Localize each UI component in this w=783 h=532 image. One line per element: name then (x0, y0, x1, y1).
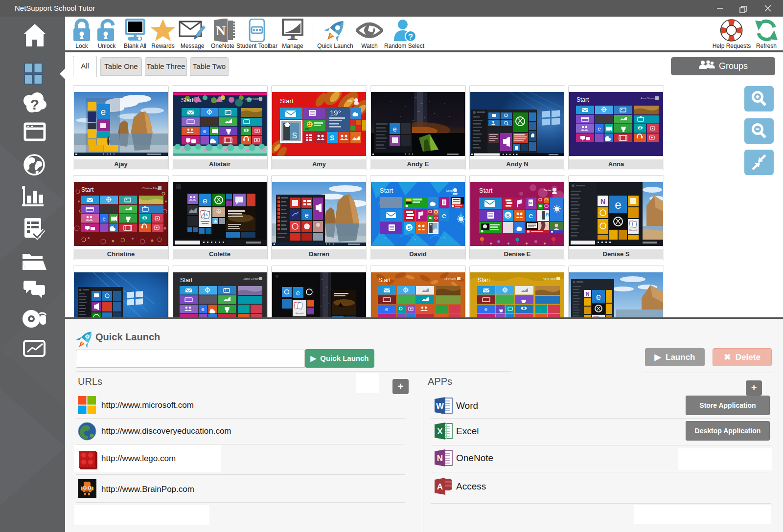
svg-text:e: e (203, 128, 206, 134)
svg-text:Karen Aked: Karen Aked (543, 277, 555, 280)
svg-text:e: e (442, 211, 446, 220)
svg-text:X: X (437, 427, 443, 436)
svg-text:e: e (529, 211, 533, 220)
svg-text:e: e (596, 292, 601, 302)
svg-text:N: N (600, 198, 605, 205)
svg-text:Start: Start (180, 277, 193, 284)
svg-text:S: S (407, 225, 411, 231)
svg-text:Microsoft: Microsoft (296, 312, 304, 314)
svg-text:e: e (393, 125, 397, 133)
svg-text:Microsoft: Microsoft (629, 229, 638, 231)
svg-text:Christine Riley: Christine Riley (142, 187, 159, 190)
svg-text:e: e (385, 306, 388, 312)
svg-text:e: e (305, 211, 309, 219)
svg-text:Start: Start (380, 187, 393, 194)
svg-text:Start: Start (280, 97, 294, 105)
svg-text:Jane Gorji: Jane Gorji (444, 277, 456, 280)
svg-text:?: ? (408, 32, 413, 42)
svg-text:Start: Start (479, 187, 493, 194)
svg-text:Start: Start (478, 277, 490, 284)
svg-text:e: e (615, 198, 621, 211)
svg-text:e: e (203, 196, 207, 205)
svg-text:e: e (296, 289, 300, 297)
svg-text:e: e (101, 107, 106, 117)
svg-text:e: e (201, 306, 204, 312)
svg-text:N: N (437, 454, 443, 463)
svg-text:e: e (598, 126, 600, 132)
svg-text:Jackie Gregory: Jackie Gregory (243, 277, 260, 280)
svg-text:Amy: Amy (347, 99, 353, 102)
svg-text:S: S (292, 132, 298, 140)
svg-text:Start: Start (81, 186, 94, 193)
svg-text:David: David (446, 189, 453, 192)
svg-text:Start: Start (378, 277, 391, 284)
svg-text:N: N (529, 201, 532, 205)
svg-text:N: N (216, 23, 226, 38)
svg-text:?: ? (30, 96, 39, 112)
svg-text:Anna Simond: Anna Simond (641, 97, 655, 100)
svg-text:W: W (436, 401, 444, 411)
svg-text:S: S (330, 134, 334, 142)
svg-text:e: e (102, 216, 105, 222)
svg-text:Start: Start (181, 97, 194, 104)
svg-text:Start: Start (576, 96, 589, 103)
svg-text:e: e (484, 306, 487, 312)
svg-text:19°: 19° (330, 109, 341, 117)
svg-text:Denise: Denise (544, 189, 552, 192)
svg-text:A: A (437, 482, 443, 491)
svg-text:N: N (586, 291, 589, 297)
svg-text:S: S (506, 213, 509, 219)
